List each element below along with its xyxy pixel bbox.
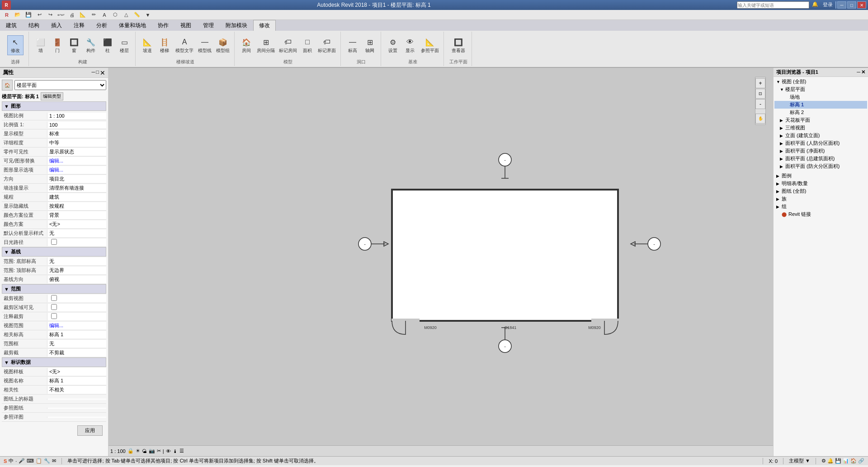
- setup-btn[interactable]: ⚙设置: [385, 36, 401, 55]
- vb-render-icon[interactable]: 📷: [149, 448, 155, 454]
- level-btn[interactable]: —标高: [344, 36, 361, 55]
- panel-close-btn[interactable]: ✕: [100, 69, 105, 76]
- tag-room-btn[interactable]: 🏷标记房间: [277, 36, 299, 55]
- panel-minimize-btn[interactable]: ─: [92, 69, 95, 76]
- tree-level2[interactable]: 标高 2: [774, 109, 867, 116]
- text-btn[interactable]: A: [99, 10, 109, 19]
- undo-btn[interactable]: ↩: [34, 10, 44, 19]
- zoom-fit-btn[interactable]: ⊡: [755, 89, 765, 99]
- tree-level1[interactable]: 标高 1: [774, 101, 867, 109]
- floor-plan-svg[interactable]: - - - -: [338, 144, 681, 380]
- section-annotation[interactable]: ▼ 标识数据: [2, 357, 106, 367]
- tree-revit-links[interactable]: ⬤ Revit 链接: [774, 210, 867, 218]
- tab-collaborate[interactable]: 协作: [152, 20, 175, 31]
- tree-area-fire[interactable]: ▶ 面积平面 (防火分区面积): [774, 162, 867, 170]
- browser-close[interactable]: ✕: [861, 69, 865, 75]
- maximize-btn[interactable]: □: [847, 1, 856, 9]
- modify-tool-btn[interactable]: ↖ 修改: [7, 35, 24, 55]
- help-btn[interactable]: 登录: [821, 1, 835, 9]
- tree-area-total[interactable]: ▶ 面积平面 (总建筑面积): [774, 155, 867, 162]
- room-sep-btn[interactable]: ⊞房间分隔: [255, 36, 277, 55]
- status-icon3[interactable]: 💾: [835, 458, 841, 464]
- save-btn[interactable]: 💾: [24, 10, 33, 19]
- component-btn[interactable]: 🔧 构件: [83, 36, 99, 55]
- measure-btn[interactable]: 📐: [78, 10, 88, 19]
- tab-architecture[interactable]: 建筑: [0, 20, 23, 31]
- tree-groups[interactable]: ▶ 组: [774, 203, 867, 210]
- edit-type-btn[interactable]: 编辑类型: [41, 92, 63, 100]
- section-base[interactable]: ▼ 基线: [2, 247, 106, 257]
- tree-schedules[interactable]: ▶ 明细表/数量: [774, 180, 867, 187]
- vb-hide-icon[interactable]: 👁: [166, 448, 171, 454]
- app-icon[interactable]: R: [2, 0, 11, 10]
- model-group-btn[interactable]: 📦 模型组: [214, 36, 231, 55]
- sun-path-checkbox[interactable]: [51, 239, 57, 245]
- stair-btn[interactable]: 🪜 楼梯: [156, 36, 173, 55]
- tree-legends[interactable]: ▶ 图例: [774, 172, 867, 180]
- model-text-btn[interactable]: A 模型文字: [174, 36, 195, 55]
- vb-temp-icon[interactable]: 🌡: [173, 448, 178, 454]
- crop-visible-checkbox[interactable]: [51, 304, 57, 310]
- window-btn[interactable]: 🔲 窗: [66, 36, 82, 55]
- status-icon2[interactable]: 🔔: [827, 458, 834, 464]
- tree-area-civil[interactable]: ▶ 面积平面 (人防分区面积): [774, 139, 867, 147]
- section-graphics[interactable]: ▼ 图形: [2, 101, 106, 111]
- zoom-in-btn[interactable]: +: [755, 78, 765, 88]
- workset-selector[interactable]: 主模型 ▼: [789, 457, 810, 464]
- print-btn[interactable]: 🖨: [67, 10, 77, 19]
- grid-btn[interactable]: ⊞轴网: [362, 36, 378, 55]
- search-input[interactable]: [737, 1, 809, 9]
- vb-crop-icon[interactable]: ✂: [157, 448, 161, 454]
- canvas-area[interactable]: + ⊡ - ✋ - -: [108, 68, 773, 456]
- redo-btn[interactable]: ↪: [45, 10, 55, 19]
- panel-float-btn[interactable]: □: [96, 69, 99, 76]
- minimize-btn[interactable]: ─: [837, 1, 846, 9]
- ramp-btn[interactable]: 📐 坡道: [139, 36, 156, 55]
- user-icon[interactable]: 🔔: [810, 1, 820, 9]
- tree-3d-views[interactable]: ▶ 三维视图: [774, 124, 867, 132]
- tab-massing[interactable]: 体量和场地: [113, 20, 152, 31]
- status-icon5[interactable]: 🏠: [850, 458, 857, 464]
- tab-modify[interactable]: 修改: [253, 20, 276, 31]
- tab-addins[interactable]: 附加模块: [220, 20, 253, 31]
- crop-view-checkbox[interactable]: [51, 295, 57, 301]
- annotate-btn[interactable]: ✏: [89, 10, 99, 19]
- tree-floor-plans[interactable]: ▼ 楼层平面: [774, 86, 867, 93]
- area-tag-btn[interactable]: 🏷标记界面: [316, 36, 338, 55]
- annot-crop-checkbox[interactable]: [51, 313, 57, 319]
- browser-minimize[interactable]: ─: [857, 69, 860, 75]
- tree-area-net[interactable]: ▶ 面积平面 (净面积): [774, 147, 867, 155]
- vb-workset-icon[interactable]: ☰: [179, 448, 184, 454]
- show-btn[interactable]: 👁显示: [402, 36, 418, 55]
- floor-btn[interactable]: ▭ 楼层: [116, 36, 132, 55]
- view-type-select[interactable]: 楼层平面: [14, 80, 106, 90]
- status-icon6[interactable]: 🔗: [858, 458, 864, 464]
- zoom-out-btn[interactable]: -: [755, 99, 765, 109]
- tree-ceiling-plans[interactable]: ▶ 天花板平面: [774, 116, 867, 124]
- viewer-btn[interactable]: 🔲查看器: [450, 36, 467, 55]
- apply-btn[interactable]: 应用: [77, 425, 103, 436]
- tree-elevations[interactable]: ▶ 立面 (建筑立面): [774, 132, 867, 139]
- tab-annotate[interactable]: 注释: [68, 20, 90, 31]
- tab-structure[interactable]: 结构: [23, 20, 45, 31]
- vb-sun-icon[interactable]: ☀: [136, 448, 140, 454]
- room-btn[interactable]: 🏠房间: [238, 36, 255, 55]
- vb-lock-icon[interactable]: 🔒: [127, 448, 134, 454]
- pan-btn[interactable]: ✋: [755, 114, 765, 124]
- close-btn[interactable]: ✕: [857, 1, 866, 9]
- tree-sheets[interactable]: ▶ 图纸 (全部): [774, 187, 867, 195]
- model-line-btn[interactable]: — 模型线: [196, 36, 213, 55]
- area-btn[interactable]: □面积: [299, 36, 316, 55]
- revit-menu-btn[interactable]: R: [2, 10, 12, 19]
- customize-btn[interactable]: ▼: [143, 10, 153, 19]
- detail-btn[interactable]: ⬡: [110, 10, 120, 19]
- open-btn[interactable]: 📂: [13, 10, 23, 19]
- tab-insert[interactable]: 插入: [45, 20, 68, 31]
- status-icon1[interactable]: ⚙: [821, 458, 826, 464]
- tab-analyze[interactable]: 分析: [90, 20, 113, 31]
- tree-families[interactable]: ▶ 族: [774, 195, 867, 203]
- tab-view[interactable]: 视图: [175, 20, 197, 31]
- tree-site[interactable]: 场地: [774, 93, 867, 101]
- undo-all-btn[interactable]: ↩↩: [56, 10, 66, 19]
- door-btn[interactable]: 🚪 门: [49, 36, 66, 55]
